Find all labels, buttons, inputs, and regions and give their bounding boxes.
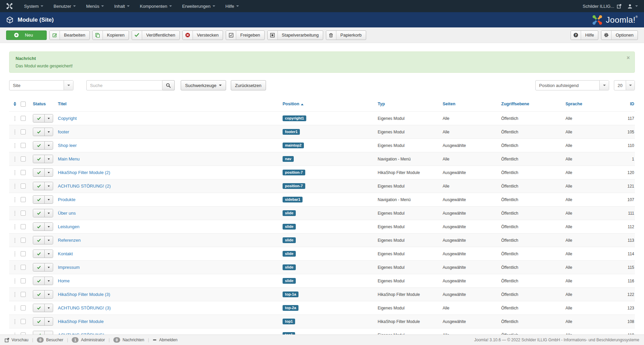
drag-handle[interactable] xyxy=(9,184,21,189)
menu-komponenten[interactable]: Komponenten xyxy=(135,0,177,12)
status-dropdown-button[interactable] xyxy=(44,236,53,244)
header-id[interactable]: ID xyxy=(630,102,635,106)
row-checkbox[interactable] xyxy=(21,224,26,229)
status-dropdown-button[interactable] xyxy=(44,209,53,217)
suchwerkzeuge-button[interactable]: Suchwerkzeuge xyxy=(181,80,226,90)
select-all-checkbox[interactable] xyxy=(21,102,26,107)
status-dropdown-button[interactable] xyxy=(44,128,53,136)
status-published-button[interactable] xyxy=(33,304,44,312)
papierkorb-button[interactable]: Papierkorb xyxy=(326,30,366,40)
header-sprache[interactable]: Sprache xyxy=(565,102,582,106)
joomla-mini-logo-icon[interactable] xyxy=(0,3,19,9)
row-checkbox[interactable] xyxy=(21,238,26,243)
hilfe-button[interactable]: ? Hilfe xyxy=(571,30,598,40)
ordering-sort-header[interactable] xyxy=(9,102,21,106)
status-dropdown-button[interactable] xyxy=(44,290,53,298)
sort-select[interactable]: Position aufsteigend xyxy=(535,80,609,90)
drag-handle[interactable] xyxy=(9,156,21,162)
module-title-link[interactable]: Leistungen xyxy=(58,224,80,229)
module-title-link[interactable]: Shop leer xyxy=(58,143,77,148)
row-checkbox[interactable] xyxy=(21,116,26,121)
status-dropdown-button[interactable] xyxy=(44,250,53,258)
row-checkbox[interactable] xyxy=(21,211,26,216)
header-seiten[interactable]: Seiten xyxy=(443,102,456,106)
row-checkbox[interactable] xyxy=(21,319,26,324)
module-title-link[interactable]: Home xyxy=(58,278,70,283)
row-checkbox[interactable] xyxy=(21,305,26,310)
status-published-button[interactable] xyxy=(33,290,44,298)
menu-hilfe[interactable]: Hilfe xyxy=(220,0,244,12)
header-status[interactable]: Status xyxy=(33,102,46,106)
header-titel[interactable]: Titel xyxy=(58,102,66,106)
drag-handle[interactable] xyxy=(9,129,21,135)
status-published-button[interactable] xyxy=(33,196,44,203)
module-title-link[interactable]: HikaShop Filter Module xyxy=(58,319,104,324)
veroeffentlichen-button[interactable]: Veröffentlichen xyxy=(132,30,180,40)
drag-handle[interactable] xyxy=(9,265,21,270)
kopieren-button[interactable]: Kopieren xyxy=(92,30,129,40)
status-published-button[interactable] xyxy=(33,142,44,149)
module-title-link[interactable]: Copyright xyxy=(58,116,77,121)
row-checkbox[interactable] xyxy=(21,143,26,148)
status-published-button[interactable] xyxy=(33,114,44,122)
status-published-button[interactable] xyxy=(33,277,44,285)
drag-handle[interactable] xyxy=(9,116,21,121)
module-title-link[interactable]: Über uns xyxy=(58,211,76,216)
row-checkbox[interactable] xyxy=(21,156,26,161)
search-input[interactable] xyxy=(86,80,162,90)
administrator-status[interactable]: 1 Administrator xyxy=(72,337,105,343)
row-checkbox[interactable] xyxy=(21,129,26,134)
site-preview-link[interactable]: Schilder ILLIG... xyxy=(583,4,621,9)
drag-handle[interactable] xyxy=(9,278,21,284)
stapelverarbeitung-button[interactable]: Stapelverarbeitung xyxy=(267,30,323,40)
menu-benutzer[interactable]: Benutzer xyxy=(48,0,81,12)
drag-handle[interactable] xyxy=(9,251,21,257)
status-published-button[interactable] xyxy=(33,236,44,244)
row-checkbox[interactable] xyxy=(21,170,26,175)
abmelden-link[interactable]: Abmelden xyxy=(153,338,177,342)
status-dropdown-button[interactable] xyxy=(44,223,53,231)
zuruecksetzen-button[interactable]: Zurücksetzen xyxy=(231,80,266,90)
status-published-button[interactable] xyxy=(33,155,44,163)
module-title-link[interactable]: ACHTUNG STÖRUNG! (2) xyxy=(58,184,111,189)
drag-handle[interactable] xyxy=(9,319,21,324)
status-dropdown-button[interactable] xyxy=(44,304,53,312)
vorschau-link[interactable]: Vorschau xyxy=(5,338,28,342)
module-title-link[interactable]: footer xyxy=(58,129,69,134)
status-dropdown-button[interactable] xyxy=(44,263,53,271)
status-dropdown-button[interactable] xyxy=(44,142,53,149)
drag-handle[interactable] xyxy=(9,143,21,148)
row-checkbox[interactable] xyxy=(21,265,26,270)
status-published-button[interactable] xyxy=(33,128,44,136)
drag-handle[interactable] xyxy=(9,224,21,230)
status-published-button[interactable] xyxy=(33,209,44,217)
bearbeiten-button[interactable]: Bearbeiten xyxy=(49,30,90,40)
menu-inhalt[interactable]: Inhalt xyxy=(109,0,135,12)
row-checkbox[interactable] xyxy=(21,197,26,202)
module-title-link[interactable]: Main Menu xyxy=(58,156,80,161)
row-checkbox[interactable] xyxy=(21,251,26,256)
close-icon[interactable]: × xyxy=(627,55,630,61)
module-title-link[interactable]: Referenzen xyxy=(58,238,81,243)
status-published-button[interactable] xyxy=(33,263,44,271)
module-title-link[interactable]: Produkte xyxy=(58,197,75,202)
row-checkbox[interactable] xyxy=(21,292,26,297)
status-dropdown-button[interactable] xyxy=(44,196,53,203)
drag-handle[interactable] xyxy=(9,292,21,297)
status-dropdown-button[interactable] xyxy=(44,277,53,285)
verstecken-button[interactable]: Verstecken xyxy=(182,30,223,40)
search-button[interactable] xyxy=(162,80,175,90)
drag-handle[interactable] xyxy=(9,197,21,202)
menu-system[interactable]: System xyxy=(19,0,48,12)
limit-select[interactable]: 20 xyxy=(614,80,635,90)
module-title-link[interactable]: ACHTUNG STÖRUNG! (3) xyxy=(58,305,111,310)
status-published-button[interactable] xyxy=(33,223,44,231)
drag-handle[interactable] xyxy=(9,305,21,311)
status-dropdown-button[interactable] xyxy=(44,169,53,176)
status-dropdown-button[interactable] xyxy=(44,114,53,122)
status-published-button[interactable] xyxy=(33,318,44,325)
header-zugriffsebene[interactable]: Zugriffsebene xyxy=(501,102,529,106)
status-dropdown-button[interactable] xyxy=(44,182,53,190)
module-title-link[interactable]: Kontakt xyxy=(58,251,73,256)
freigeben-button[interactable]: Freigeben xyxy=(226,30,265,40)
